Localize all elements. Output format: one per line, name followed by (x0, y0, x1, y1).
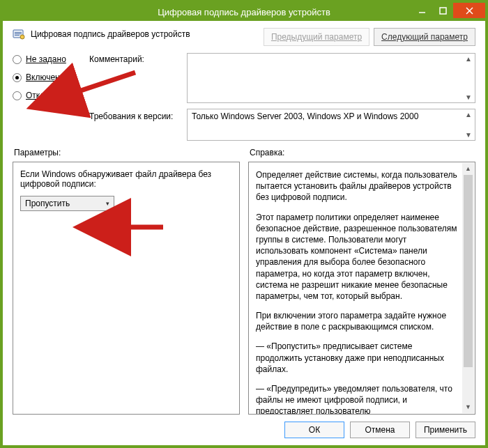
policy-title: Цифровая подпись драйверов устройств (31, 29, 190, 39)
state-radio-group: Не задано Включено Отключено (13, 53, 89, 109)
close-button[interactable] (453, 3, 485, 18)
cancel-button[interactable]: Отмена (350, 422, 410, 438)
requirements-text: Только Windows Server 2003, Windows XP и… (192, 111, 418, 121)
scroll-up-icon: ▲ (465, 55, 472, 63)
svg-rect-6 (15, 33, 22, 34)
help-paragraph: — «Пропустить» предписывает системе прод… (256, 341, 459, 375)
apply-button[interactable]: Применить (415, 422, 475, 438)
radio-label: Не задано (26, 54, 66, 64)
radio-icon (13, 73, 22, 82)
next-setting-button[interactable]: Следующий параметр (374, 28, 475, 46)
comment-textarea[interactable]: ▲ ▼ (187, 53, 475, 103)
comment-label: Комментарий: (89, 53, 187, 64)
policy-icon (13, 28, 25, 40)
scroll-track[interactable] (462, 175, 474, 401)
minimize-button[interactable] (411, 3, 432, 18)
options-panel: Если Windows обнаруживает файл драйвера … (13, 162, 240, 415)
radio-label: Включено (26, 72, 64, 82)
options-column: Параметры: Если Windows обнаруживает фай… (13, 148, 240, 415)
scroll-down-button[interactable]: ▼ (462, 401, 474, 413)
radio-not-configured[interactable]: Не задано (13, 54, 89, 64)
nav-buttons: Предыдущий параметр Следующий параметр (264, 28, 475, 46)
svg-rect-1 (440, 8, 446, 14)
chevron-down-icon: ▾ (106, 200, 109, 207)
window-controls (411, 3, 485, 18)
help-scrollbar[interactable]: ▲ ▼ (462, 163, 474, 413)
scroll-thumb[interactable] (464, 175, 473, 367)
help-panel: Определяет действие системы, когда польз… (248, 162, 475, 415)
maximize-button[interactable] (432, 3, 453, 18)
dialog-footer: ОК Отмена Применить (13, 415, 475, 441)
help-paragraph: При включении этого параметра задайте ну… (256, 310, 459, 332)
requirements-label: Требования к версии: (89, 109, 187, 121)
radio-icon (13, 91, 22, 100)
help-label: Справка: (248, 148, 475, 157)
scroll-down-icon: ▼ (465, 93, 472, 101)
options-prompt: Если Windows обнаруживает файл драйвера … (20, 169, 232, 189)
svg-point-8 (20, 35, 24, 39)
svg-rect-5 (15, 32, 22, 33)
radio-disabled[interactable]: Отключено (13, 91, 89, 100)
ok-button[interactable]: ОК (284, 422, 344, 438)
action-select[interactable]: Пропустить ▾ (20, 196, 114, 211)
top-grid: Не задано Включено Отключено Комментарий… (13, 53, 475, 141)
policy-header: Цифровая подпись драйверов устройств (13, 28, 190, 40)
lower-panels: Параметры: Если Windows обнаруживает фай… (13, 148, 475, 415)
help-column: Справка: Определяет действие системы, ко… (248, 148, 475, 415)
titlebar: Цифровая подпись драйверов устройств (3, 3, 485, 21)
radio-label: Отключено (26, 91, 69, 100)
help-paragraph: Этот параметр политики определяет наимен… (256, 212, 459, 302)
header-row: Цифровая подпись драйверов устройств Пре… (13, 28, 475, 46)
radio-icon (13, 55, 22, 64)
group-policy-editor-window: Цифровая подпись драйверов устройств (0, 0, 488, 448)
content-area: Цифровая подпись драйверов устройств Пре… (3, 21, 485, 445)
scroll-up-button[interactable]: ▲ (462, 163, 474, 175)
svg-rect-7 (15, 35, 20, 36)
help-paragraph: Определяет действие системы, когда польз… (256, 169, 459, 203)
previous-setting-button[interactable]: Предыдущий параметр (264, 28, 369, 46)
scroll-up-icon: ▲ (465, 111, 472, 118)
scroll-down-icon: ▼ (465, 131, 472, 139)
help-paragraph: — «Предупредить» уведомляет пользователя… (256, 383, 459, 415)
select-value: Пропустить (25, 199, 70, 208)
options-label: Параметры: (13, 148, 240, 157)
radio-enabled[interactable]: Включено (13, 72, 89, 82)
requirements-box: Только Windows Server 2003, Windows XP и… (187, 109, 475, 141)
